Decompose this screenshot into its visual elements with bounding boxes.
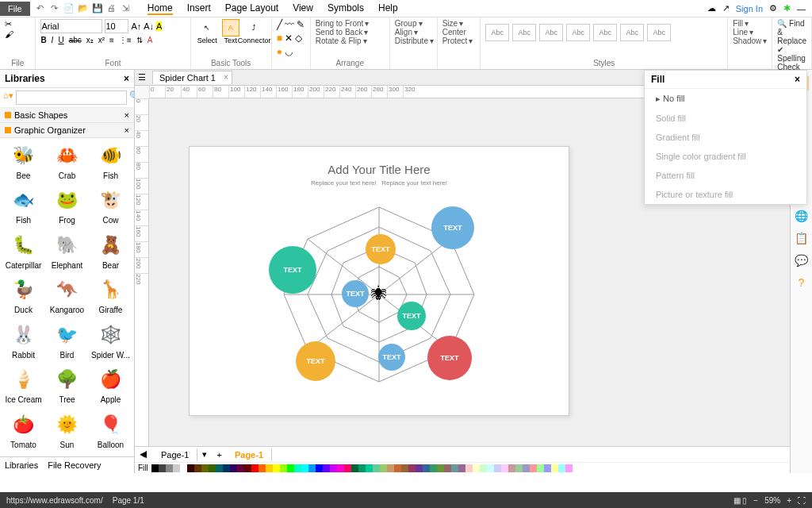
menu-insert[interactable]: Insert <box>187 2 211 15</box>
color-swatch[interactable] <box>159 464 166 472</box>
view-mode-icon[interactable]: ▦ ▯ <box>733 496 748 505</box>
bubble[interactable]: TEXT <box>342 280 369 307</box>
protect[interactable]: Protect <box>442 37 468 45</box>
color-swatch[interactable] <box>366 464 373 472</box>
style-preset[interactable]: Abc <box>647 24 671 41</box>
share-icon[interactable]: ↗ <box>722 3 730 13</box>
library-shape[interactable]: 🐸Frog <box>47 186 87 229</box>
library-shape[interactable]: 🐛Caterpillar <box>3 231 44 274</box>
find-replace[interactable]: 🔍 Find & Replace <box>777 19 806 45</box>
color-swatch[interactable] <box>316 464 323 472</box>
rotate-flip[interactable]: Rotate & Flip <box>316 37 362 45</box>
paste-icon[interactable]: ✂ <box>5 19 12 29</box>
library-shape[interactable]: 🐰Rabbit <box>3 321 44 364</box>
settings-icon[interactable]: ⚙ <box>769 3 777 13</box>
library-shape[interactable]: 🦀Crab <box>47 141 87 184</box>
page-nav-icon[interactable]: ⯇ <box>135 450 153 460</box>
color-swatch[interactable] <box>387 464 394 472</box>
new-icon[interactable]: 📄 <box>63 3 75 14</box>
color-swatch[interactable] <box>351 464 358 472</box>
fit-icon[interactable]: ⛶ <box>798 496 806 505</box>
line-edit[interactable]: Line <box>733 28 748 37</box>
save-icon[interactable]: 💾 <box>92 3 103 14</box>
align[interactable]: Align <box>395 28 412 37</box>
document-tab[interactable]: Spider Chart 1× <box>152 71 232 84</box>
color-swatch[interactable] <box>373 464 380 472</box>
print-icon[interactable]: 🖨 <box>106 3 117 14</box>
color-swatch[interactable] <box>465 464 473 472</box>
color-swatch[interactable] <box>294 464 301 472</box>
bullets-icon[interactable]: ≡ <box>109 36 114 44</box>
page-title[interactable]: Add Your Title Here <box>190 163 569 176</box>
zoom-in-icon[interactable]: + <box>787 496 791 505</box>
decrease-font-icon[interactable]: A↓ <box>144 21 154 31</box>
fill-opt-none[interactable]: ▸ No fill <box>645 89 806 109</box>
library-shape[interactable]: 🌳Tree <box>47 365 87 408</box>
color-swatch[interactable] <box>444 464 451 472</box>
menu-page-layout[interactable]: Page Layout <box>225 2 278 15</box>
color-swatch[interactable] <box>266 464 273 472</box>
color-swatch[interactable] <box>301 464 308 472</box>
rect-shape-icon[interactable]: ■ <box>277 33 282 44</box>
file-menu[interactable]: File <box>0 2 30 16</box>
color-swatch[interactable] <box>344 464 351 472</box>
color-swatch[interactable] <box>237 464 244 472</box>
color-swatch[interactable] <box>430 464 437 472</box>
color-swatch[interactable] <box>401 464 408 472</box>
menu-help[interactable]: Help <box>378 2 398 15</box>
cat-close-icon[interactable]: × <box>124 125 129 135</box>
color-swatch[interactable] <box>358 464 366 472</box>
fill-edit[interactable]: Fill <box>733 19 743 28</box>
library-shape[interactable]: 🧸Bear <box>90 231 131 274</box>
color-swatch[interactable] <box>501 464 508 472</box>
sup-icon[interactable]: x² <box>98 36 105 44</box>
color-swatch[interactable] <box>273 464 280 472</box>
spacing-icon[interactable]: ⇅ <box>136 36 143 44</box>
page-tab[interactable]: Page-1 <box>153 448 197 461</box>
minimize-icon[interactable]: — <box>797 4 806 13</box>
bubble[interactable]: TEXT <box>397 302 426 330</box>
italic-icon[interactable]: I <box>52 36 54 44</box>
library-shape[interactable]: 🐮Cow <box>90 186 131 229</box>
sign-in-link[interactable]: Sign In <box>736 4 763 13</box>
color-swatch[interactable] <box>308 464 316 472</box>
web-tool-icon[interactable]: 🌐 <box>795 210 809 224</box>
color-swatch[interactable] <box>473 464 480 472</box>
cat-basic-shapes[interactable]: Basic Shapes <box>14 110 67 120</box>
color-swatch[interactable] <box>251 464 259 472</box>
library-shape[interactable]: 🦆Duck <box>3 275 44 318</box>
page[interactable]: Add Your Title Here Replace your text he… <box>189 146 569 416</box>
tab-close-icon[interactable]: × <box>224 73 228 82</box>
color-swatch[interactable] <box>323 464 330 472</box>
page-options-icon[interactable]: ▾ <box>197 449 212 460</box>
highlight-icon[interactable]: A <box>156 21 162 31</box>
doc-tool-icon[interactable]: 📋 <box>795 232 809 246</box>
color-swatch[interactable] <box>216 464 223 472</box>
bubble[interactable]: TEXT <box>427 336 472 380</box>
color-swatch[interactable] <box>280 464 287 472</box>
curve-shape-icon[interactable]: 〰 <box>285 19 294 30</box>
style-preset[interactable]: Abc <box>539 24 563 41</box>
library-shape[interactable]: 🐘Elephant <box>47 231 87 274</box>
library-shape[interactable]: 🍦Ice Cream <box>3 365 44 408</box>
distribute[interactable]: Distribute <box>395 37 428 45</box>
menu-home[interactable]: Home <box>147 2 173 15</box>
ellipse-shape-icon[interactable]: ● <box>277 46 282 57</box>
color-swatch[interactable] <box>451 464 458 472</box>
sub-icon[interactable]: x₂ <box>86 36 94 44</box>
page-tab-active[interactable]: Page-1 <box>227 448 272 461</box>
connector-tool[interactable]: ⤴Connector <box>243 19 266 44</box>
export-icon[interactable]: ⇲ <box>121 3 132 14</box>
library-shape[interactable]: 🍅Tomato <box>3 410 44 453</box>
library-shape[interactable]: 🦘Kangaroo <box>47 275 87 318</box>
strike-icon[interactable]: abc <box>69 36 82 44</box>
bold-icon[interactable]: B <box>40 36 46 44</box>
color-swatch[interactable] <box>408 464 416 472</box>
color-swatch[interactable] <box>437 464 444 472</box>
poly-shape-icon[interactable]: ◇ <box>295 33 302 44</box>
color-swatch[interactable] <box>194 464 201 472</box>
cat-close-icon[interactable]: × <box>124 110 129 120</box>
library-shape[interactable]: 🐟Fish <box>3 186 44 229</box>
color-swatch[interactable] <box>508 464 515 472</box>
library-shape[interactable]: 🐠Fish <box>90 141 131 184</box>
